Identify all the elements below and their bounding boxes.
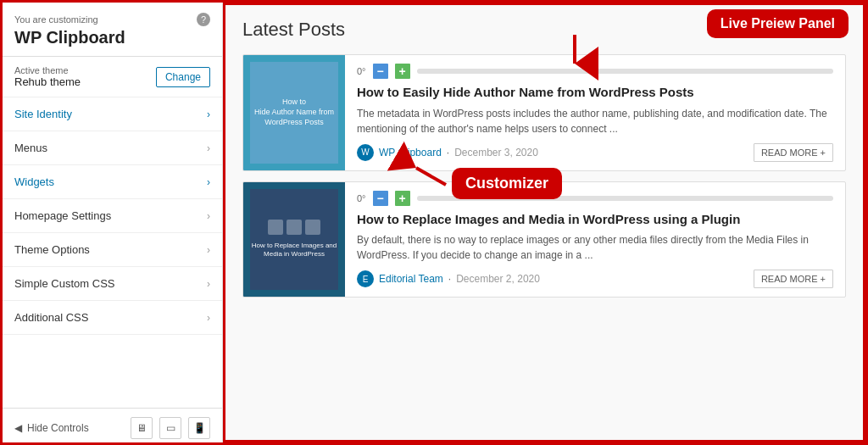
post-author-info-2: E Editorial Team · December 2, 2020	[357, 270, 540, 287]
customizer-panel: You are customizing ? WP Clipboard Activ…	[3, 3, 223, 445]
nav-item-label: Homepage Settings	[14, 209, 111, 222]
author-avatar-1: W	[357, 144, 374, 161]
site-title: WP Clipboard	[14, 28, 210, 47]
posts-list: How to Hide Author Name from WordPress P…	[242, 54, 846, 298]
help-icon[interactable]: ?	[197, 13, 210, 26]
customizer-header: You are customizing ? WP Clipboard	[3, 3, 222, 57]
read-more-button-1[interactable]: READ MORE +	[754, 143, 833, 162]
post-content-1: 0° − + How to Easily Hide Author Name fr…	[345, 55, 845, 170]
vote-count-2: 0°	[357, 193, 366, 203]
post-content-2: 0° − + How to Replace Images and Media i…	[345, 182, 845, 298]
hide-controls-label: Hide Controls	[27, 422, 89, 434]
vote-bar-1	[417, 69, 833, 74]
post-footer-2: E Editorial Team · December 2, 2020 READ…	[357, 270, 833, 288]
nav-chevron-icon: ›	[207, 312, 210, 324]
thumbnail-image-1: How to Hide Author Name from WordPress P…	[250, 62, 338, 164]
thumb-icons	[268, 220, 320, 235]
footer-view-icons: 🖥 ▭ 📱	[131, 417, 210, 439]
nav-item-label: Widgets	[14, 175, 54, 188]
post-meta-top-2: 0° − +	[357, 191, 833, 206]
post-title-2: How to Replace Images and Media in WordP…	[357, 211, 833, 228]
nav-item-label: Site Identity	[14, 108, 72, 120]
desktop-view-icon[interactable]: 🖥	[131, 417, 153, 439]
nav-item-simple-custom-css[interactable]: Simple Custom CSS›	[3, 267, 222, 301]
post-meta-top-1: 0° − +	[357, 64, 833, 79]
change-theme-button[interactable]: Change	[156, 67, 210, 87]
tablet-view-icon[interactable]: ▭	[159, 417, 181, 439]
theme-name: Rehub theme	[14, 75, 81, 88]
vote-minus-2[interactable]: −	[373, 191, 388, 206]
post-date-1: December 3, 2020	[454, 147, 538, 159]
separator-2: ·	[448, 273, 451, 285]
nav-chevron-icon: ›	[207, 244, 210, 256]
customizer-nav: Site Identity›Menus›Widgets›Homepage Set…	[3, 97, 222, 408]
post-author-info-1: W WP Clipboard · December 3, 2020	[357, 144, 538, 161]
nav-chevron-icon: ›	[207, 278, 210, 290]
vote-bar-2	[417, 196, 833, 201]
thumb-icon-2	[287, 220, 302, 235]
post-thumbnail-2: How to Replace Images and Media in WordP…	[243, 182, 345, 298]
active-theme-label: Active theme	[14, 65, 81, 75]
nav-item-menus[interactable]: Menus›	[3, 131, 222, 165]
preview-title: Latest Posts	[242, 19, 846, 41]
post-footer-1: W WP Clipboard · December 3, 2020 READ M…	[357, 143, 833, 162]
separator-1: ·	[447, 147, 449, 159]
hide-controls-button[interactable]: ◀ Hide Controls	[14, 422, 89, 434]
post-date-2: December 2, 2020	[456, 273, 540, 285]
vote-minus-1[interactable]: −	[373, 64, 388, 79]
nav-item-site-identity[interactable]: Site Identity›	[3, 97, 222, 131]
preview-panel-wrapper: Latest Posts How to Hide Author Name fro…	[223, 3, 865, 442]
post-card-1: How to Hide Author Name from WordPress P…	[242, 54, 846, 171]
nav-chevron-icon: ›	[207, 176, 210, 188]
author-avatar-2: E	[357, 270, 374, 287]
nav-item-homepage-settings[interactable]: Homepage Settings›	[3, 199, 222, 233]
nav-item-additional-css[interactable]: Additional CSS›	[3, 301, 222, 335]
theme-section: Active theme Rehub theme Change	[3, 57, 222, 97]
customizer-footer: ◀ Hide Controls 🖥 ▭ 📱	[3, 408, 222, 445]
post-card-2: How to Replace Images and Media in WordP…	[242, 181, 846, 298]
mobile-view-icon[interactable]: 📱	[188, 417, 210, 439]
read-more-button-2[interactable]: READ MORE +	[754, 270, 833, 288]
post-excerpt-2: By default, there is no way to replace i…	[357, 232, 833, 263]
nav-chevron-icon: ›	[207, 142, 210, 154]
post-thumbnail-1: How to Hide Author Name from WordPress P…	[243, 55, 345, 170]
nav-item-label: Theme Options	[14, 243, 90, 256]
author-name-1: WP Clipboard	[379, 147, 442, 159]
preview-inner: Latest Posts How to Hide Author Name fro…	[225, 5, 863, 440]
thumb-icon-1	[268, 220, 283, 235]
nav-chevron-icon: ›	[207, 108, 210, 120]
arrow-left-icon: ◀	[14, 422, 22, 434]
vote-plus-2[interactable]: +	[395, 191, 410, 206]
nav-item-label: Simple Custom CSS	[14, 277, 114, 290]
thumb-icon-3	[305, 220, 320, 235]
vote-count-1: 0°	[357, 66, 366, 76]
nav-item-label: Additional CSS	[14, 311, 88, 324]
customizing-text: You are customizing	[14, 14, 98, 25]
nav-item-label: Menus	[14, 142, 47, 154]
nav-chevron-icon: ›	[207, 210, 210, 222]
thumbnail-image-2: How to Replace Images and Media in WordP…	[250, 189, 338, 291]
nav-item-widgets[interactable]: Widgets›	[3, 165, 222, 199]
customizing-label: You are customizing ?	[14, 13, 210, 26]
preview-border: Latest Posts How to Hide Author Name fro…	[223, 3, 865, 442]
author-name-2: Editorial Team	[379, 273, 443, 285]
nav-item-theme-options[interactable]: Theme Options›	[3, 233, 222, 267]
post-title-1: How to Easily Hide Author Name from Word…	[357, 84, 833, 101]
vote-plus-1[interactable]: +	[395, 64, 410, 79]
post-excerpt-1: The metadata in WordPress posts includes…	[357, 106, 833, 136]
